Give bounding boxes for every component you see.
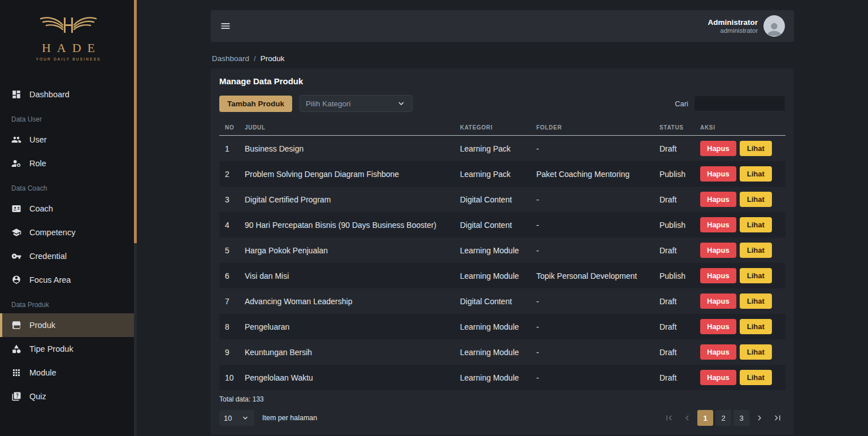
table-row: 10 Pengelolaan Waktu Learning Module - D… [219,365,785,390]
cell-folder: - [536,246,659,255]
cell-folder: Topik Personal Development [536,271,659,280]
sidebar-item-label: Focus Area [29,275,71,284]
sidebar-item-label: User [29,135,47,144]
user-info: Administrator administrator [708,18,758,34]
grid-icon [11,368,21,378]
sidebar-scrollbar-thumb[interactable] [134,0,137,243]
sidebar-scrollbar[interactable] [134,0,137,436]
cell-kategori: Digital Content [460,297,536,306]
page-button-1[interactable]: 1 [697,410,713,426]
delete-button[interactable]: Hapus [700,370,736,385]
page-button-2[interactable]: 2 [715,410,731,426]
person-gear-icon [11,158,21,169]
sidebar-item-produk[interactable]: Produk [0,313,137,337]
add-produk-button[interactable]: Tambah Produk [219,96,292,112]
sidebar-item-label: Competency [29,228,75,237]
per-page-select[interactable]: 10 [219,410,254,426]
breadcrumb-separator: / [254,54,256,63]
sidebar-item-competency[interactable]: Competency [0,221,137,244]
cell-folder: - [536,195,659,204]
cell-actions: Hapus Lihat [700,344,785,360]
storefront-icon [11,320,21,330]
sidebar-item-label: Coach [29,204,53,213]
avatar[interactable] [763,15,785,37]
next-page-button[interactable] [752,410,767,426]
delete-button[interactable]: Hapus [700,243,736,258]
delete-button[interactable]: Hapus [700,344,736,360]
cell-kategori: Digital Content [460,221,536,230]
person-pin-icon [11,275,21,285]
cell-status: Publish [659,170,700,179]
cell-kategori: Learning Module [460,322,536,331]
sidebar-item-tipe-produk[interactable]: Tipe Produk [0,337,137,361]
view-button[interactable]: Lihat [740,344,772,360]
sidebar-item-focus-area[interactable]: Focus Area [0,268,137,292]
breadcrumb: Dashboard / Produk [212,54,793,63]
cell-judul: Business Design [245,144,460,153]
brand-logo: HADE YOUR DAILY BUSINESS [0,0,137,72]
view-button[interactable]: Lihat [740,166,772,182]
brand-tagline: YOUR DAILY BUSINESS [0,57,137,61]
table-row: 5 Harga Pokok Penjualan Learning Module … [219,238,785,263]
delete-button[interactable]: Hapus [700,268,736,283]
pagination-bar: 10 Item per halaman 123 [219,410,785,426]
view-button[interactable]: Lihat [740,141,772,156]
view-button[interactable]: Lihat [740,293,772,309]
page-button-3[interactable]: 3 [734,410,749,426]
sidebar-item-quiz[interactable]: Quiz [0,385,137,408]
view-button[interactable]: Lihat [740,217,772,232]
cell-actions: Hapus Lihat [700,370,785,385]
delete-button[interactable]: Hapus [700,293,736,309]
sidebar-item-role[interactable]: Role [0,152,137,175]
view-button[interactable]: Lihat [740,370,772,385]
prev-page-button[interactable] [679,410,695,426]
sidebar-item-user[interactable]: User [0,128,137,152]
hamburger-menu-icon[interactable] [220,20,231,32]
cell-status: Publish [659,221,700,230]
search-label: Cari [675,100,688,108]
cell-kategori: Learning Pack [460,144,536,153]
delete-button[interactable]: Hapus [700,192,736,207]
delete-button[interactable]: Hapus [700,319,736,334]
cell-kategori: Digital Content [460,195,536,204]
chevron-right-icon [754,413,765,423]
cell-kategori: Learning Module [460,348,536,357]
sidebar-item-module[interactable]: Module [0,361,137,385]
page-number-buttons: 123 [697,410,749,426]
column-header: FOLDER [536,124,659,131]
cell-judul: Advancing Woman Leadership [245,297,460,306]
view-button[interactable]: Lihat [740,192,772,207]
view-button[interactable]: Lihat [740,268,772,283]
sidebar-section-data-user: Data User [0,106,137,128]
user-name: Administrator [708,18,758,27]
cell-actions: Hapus Lihat [700,243,785,258]
breadcrumb-produk: Produk [261,54,285,63]
sidebar-item-coach[interactable]: Coach [0,197,137,221]
cell-folder: - [536,297,659,306]
delete-button[interactable]: Hapus [700,217,736,232]
cell-actions: Hapus Lihat [700,166,785,182]
view-button[interactable]: Lihat [740,243,772,258]
sidebar-item-credential[interactable]: Credential [0,244,137,268]
search-input[interactable] [694,96,785,111]
sidebar-item-label: Produk [29,321,55,330]
delete-button[interactable]: Hapus [700,166,736,182]
cell-judul: Problem Solving Dengan Diagram Fishbone [245,170,460,179]
cell-status: Draft [659,373,700,382]
first-page-button[interactable] [661,410,677,426]
last-page-icon [772,413,783,423]
delete-button[interactable]: Hapus [700,141,736,156]
chevron-down-icon [396,98,406,109]
cell-actions: Hapus Lihat [700,217,785,232]
cell-judul: Keuntungan Bersih [245,348,460,357]
cell-no: 9 [219,348,245,357]
sidebar-item-dashboard[interactable]: Dashboard [0,83,137,106]
view-button[interactable]: Lihat [740,319,772,334]
category-select[interactable]: Pilih Kategori [300,95,413,112]
table-body: 1 Business Design Learning Pack - Draft … [219,136,785,390]
cell-folder: Paket Coaching Mentoring [536,170,659,179]
per-page-label: Item per halaman [262,414,317,422]
cell-status: Draft [659,348,700,357]
breadcrumb-dashboard[interactable]: Dashboard [212,54,249,63]
last-page-button[interactable] [770,410,785,426]
